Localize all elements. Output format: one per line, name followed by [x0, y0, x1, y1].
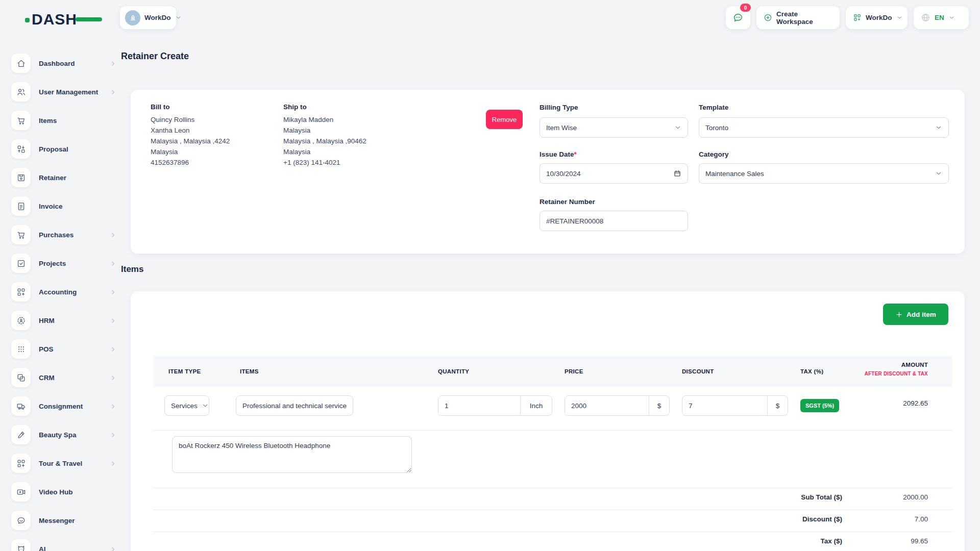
- item-name-input[interactable]: [236, 395, 353, 416]
- address-line: +1 (823) 141-4021: [283, 157, 366, 168]
- globe-icon: [921, 13, 930, 22]
- address-line: 4152637896: [151, 157, 230, 168]
- totals-divider: [153, 488, 952, 488]
- ship-to-address: Mikayla Madden Malaysia Malaysia , Malay…: [283, 114, 366, 168]
- billing-details-card: Bill to Quincy Rollins Xantha Leon Malay…: [131, 90, 965, 254]
- sidebar-item-items[interactable]: Items: [11, 111, 116, 130]
- grid-plus-icon: [11, 454, 31, 473]
- grid-plus-icon: [11, 282, 31, 302]
- address-line: Xantha Leon: [151, 125, 230, 136]
- discount-input[interactable]: [682, 396, 767, 415]
- language-selector[interactable]: EN: [914, 6, 969, 29]
- calendar-icon[interactable]: [673, 169, 681, 178]
- create-workspace-button[interactable]: Create Workspace: [756, 6, 840, 29]
- users-icon: [11, 82, 31, 102]
- price-input[interactable]: [565, 396, 649, 415]
- chevron-down-icon: [896, 14, 903, 21]
- billing-type-select[interactable]: Item Wise: [540, 117, 688, 138]
- item-type-select[interactable]: Services: [164, 395, 209, 416]
- workspace-menu-button[interactable]: WorkDo: [846, 6, 908, 29]
- sidebar-item-purchases[interactable]: Purchases: [11, 225, 116, 244]
- row-divider: [153, 430, 952, 431]
- address-line: Malaysia , Malaysia ,4242: [151, 136, 230, 146]
- chevron-right-icon: [110, 460, 116, 467]
- retainer-number-label: Retainer Number: [540, 198, 595, 206]
- tax-total-label: Tax ($): [820, 537, 842, 545]
- template-label: Template: [699, 104, 728, 111]
- column-header-amount: AMOUNT: [901, 362, 928, 368]
- sidebar-item-invoice[interactable]: Invoice: [11, 196, 116, 216]
- totals-divider: [153, 510, 952, 510]
- category-select[interactable]: Maintenance Sales: [699, 163, 949, 184]
- chevron-right-icon: [110, 260, 116, 267]
- chevron-right-icon: [110, 374, 116, 381]
- quantity-input[interactable]: [438, 396, 520, 415]
- sidebar-item-retainer[interactable]: Retainer: [11, 168, 116, 187]
- sidebar-item-crm[interactable]: CRM: [11, 368, 116, 387]
- video-camera-icon: [11, 482, 31, 502]
- chevron-down-icon: [175, 14, 182, 21]
- column-header-items: ITEMS: [240, 368, 259, 374]
- chevron-right-icon: [110, 89, 116, 95]
- issue-date-input[interactable]: 10/30/2024: [540, 163, 688, 184]
- template-value: Toronto: [705, 124, 728, 132]
- sidebar-item-pos[interactable]: POS: [11, 339, 116, 359]
- sidebar-item-projects[interactable]: Projects: [11, 254, 116, 273]
- retainer-number-input[interactable]: [540, 211, 688, 231]
- sidebar-item-accounting[interactable]: Accounting: [11, 282, 116, 302]
- item-description-textarea[interactable]: boAt Rockerz 450 Wireless Bluetooth Head…: [172, 436, 412, 473]
- chevron-down-icon: [935, 170, 942, 177]
- chevron-right-icon: [110, 403, 116, 410]
- column-header-price: PRICE: [565, 368, 583, 374]
- item-type-value: Services: [171, 402, 198, 410]
- discount-total-label: Discount ($): [802, 515, 842, 523]
- quantity-group: Inch: [438, 395, 552, 416]
- swap-boxes-icon: [11, 139, 31, 159]
- cat-icon: [11, 539, 31, 551]
- address-line: Malaysia: [283, 125, 366, 136]
- discount-total-value: 7.00: [915, 515, 928, 523]
- sidebar-item-dashboard[interactable]: Dashboard: [11, 54, 116, 73]
- discount-unit: $: [767, 396, 788, 415]
- grid-plus-icon: [853, 13, 862, 22]
- column-header-discount: DISCOUNT: [682, 368, 714, 374]
- template-select[interactable]: Toronto: [699, 117, 949, 138]
- chevron-right-icon: [110, 232, 116, 238]
- sidebar-item-proposal[interactable]: Proposal: [11, 139, 116, 159]
- logo[interactable]: DASH: [32, 10, 108, 29]
- address-line: Malaysia: [283, 146, 366, 157]
- items-card: Add item ITEM TYPE ITEMS QUANTITY PRICE …: [131, 291, 965, 551]
- remove-button[interactable]: Remove: [486, 110, 523, 129]
- column-header-item-type: ITEM TYPE: [168, 368, 201, 374]
- sidebar-item-messenger[interactable]: Messenger: [11, 511, 116, 530]
- sidebar-item-hrm[interactable]: HRM: [11, 311, 116, 330]
- ship-to-heading: Ship to: [283, 103, 307, 111]
- sidebar-item-beauty-spa[interactable]: Beauty Spa: [11, 425, 116, 444]
- chevron-down-icon: [674, 124, 681, 131]
- add-item-label: Add item: [906, 311, 936, 318]
- page-title: Retainer Create: [121, 51, 189, 62]
- sidebar-item-video-hub[interactable]: Video Hub: [11, 482, 116, 502]
- logo-text: DASH: [32, 11, 77, 28]
- billing-type-value: Item Wise: [546, 124, 577, 132]
- cart-icon: [11, 225, 31, 244]
- chevron-right-icon: [110, 346, 116, 353]
- language-code: EN: [935, 14, 944, 21]
- brush-icon: [11, 425, 31, 444]
- truck-icon: [11, 396, 31, 416]
- notification-badge: 0: [740, 4, 751, 12]
- issue-date-label: Issue Date*: [540, 151, 577, 158]
- sidebar-item-consignment[interactable]: Consignment: [11, 396, 116, 416]
- subtotal-label: Sub Total ($): [801, 493, 842, 501]
- sidebar-item-user-management[interactable]: User Management: [11, 82, 116, 102]
- workspace-avatar: [125, 10, 140, 26]
- address-line: Mikayla Madden: [283, 114, 366, 125]
- sidebar-item-ai[interactable]: AI: [11, 539, 116, 551]
- invoice-file-icon: [11, 196, 31, 216]
- price-group: $: [565, 395, 670, 416]
- logo-bar: [76, 17, 102, 21]
- chat-bubble-icon: [11, 511, 31, 530]
- sidebar-item-tour-travel[interactable]: Tour & Travel: [11, 454, 116, 473]
- add-item-button[interactable]: Add item: [883, 304, 948, 325]
- workspace-switcher[interactable]: WorkDo: [120, 6, 176, 29]
